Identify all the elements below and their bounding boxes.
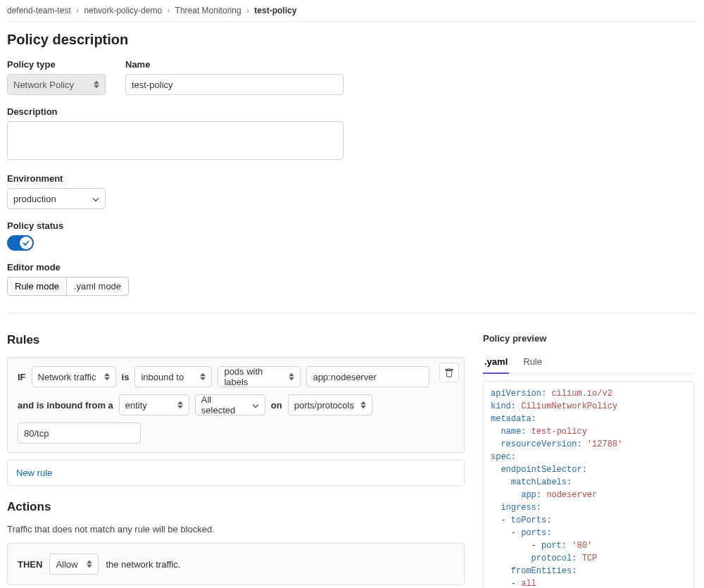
tab-yaml[interactable]: .yaml (483, 352, 509, 374)
toggle-knob (20, 237, 32, 249)
policy-status-label: Policy status (7, 220, 697, 231)
editor-mode-segment: Rule mode .yaml mode (7, 277, 129, 296)
ports-select[interactable]: ports/protocols (288, 394, 372, 415)
svg-marker-5 (200, 377, 206, 381)
environment-label: Environment (7, 173, 697, 184)
decision-value: Allow (56, 559, 77, 570)
ports-value: ports/protocols (294, 400, 354, 411)
preview-heading: Policy preview (483, 333, 694, 344)
svg-marker-12 (87, 561, 92, 564)
sort-arrows-icon (199, 373, 207, 381)
port-input[interactable] (18, 423, 141, 444)
chevron-down-icon (92, 194, 99, 204)
all-selected-dropdown[interactable]: All selected (195, 394, 265, 415)
then-label: THEN (18, 559, 42, 570)
svg-marker-13 (87, 565, 92, 568)
sort-arrows-icon (176, 401, 184, 409)
direction-value: inbound to (141, 372, 184, 382)
on-label: on (271, 400, 282, 411)
traffic-type-value: Network traffic (38, 372, 96, 382)
breadcrumb: defend-team-test › network-policy-demo ›… (7, 6, 697, 21)
rules-heading: Rules (7, 333, 465, 347)
check-icon (23, 239, 30, 246)
yaml-preview: apiVersion: cilium.io/v2 kind: CiliumNet… (483, 381, 694, 588)
svg-marker-8 (177, 401, 183, 405)
labels-input[interactable] (306, 366, 429, 387)
svg-marker-2 (104, 373, 110, 377)
sort-arrows-icon (92, 81, 101, 89)
svg-marker-7 (289, 377, 294, 381)
editor-mode-yaml-button[interactable]: .yaml mode (66, 277, 129, 296)
svg-marker-4 (200, 373, 206, 377)
chevron-right-icon: › (167, 6, 170, 15)
page-title: Policy description (7, 32, 697, 48)
chevron-right-icon: › (246, 6, 249, 15)
and-from-label: and is inbound from a (18, 400, 113, 411)
new-rule-link[interactable]: New rule (16, 468, 52, 478)
divider (7, 21, 697, 22)
breadcrumb-item[interactable]: Threat Monitoring (175, 6, 241, 15)
editor-mode-rule-button[interactable]: Rule mode (7, 277, 67, 296)
svg-marker-10 (360, 401, 366, 405)
name-input[interactable] (125, 74, 344, 95)
svg-marker-0 (94, 81, 99, 85)
chevron-down-icon (252, 400, 259, 411)
if-label: IF (18, 372, 26, 382)
delete-rule-button[interactable] (439, 363, 459, 382)
new-rule-row: New rule (7, 460, 465, 486)
tab-rule[interactable]: Rule (522, 352, 543, 373)
actions-heading: Actions (7, 500, 465, 514)
breadcrumb-item[interactable]: network-policy-demo (84, 6, 162, 15)
preview-tabs: .yaml Rule (483, 352, 694, 374)
rule-card: IF Network traffic is inbound to (7, 357, 465, 453)
chevron-right-icon: › (76, 6, 79, 15)
environment-value: production (13, 194, 56, 204)
svg-marker-6 (289, 373, 294, 377)
sort-arrows-icon (85, 561, 94, 568)
policy-type-value: Network Policy (13, 80, 74, 90)
description-textarea[interactable] (7, 121, 344, 160)
divider (7, 313, 697, 313)
sort-arrows-icon (103, 373, 111, 381)
sort-arrows-icon (359, 401, 367, 409)
all-selected-value: All selected (201, 394, 246, 415)
name-label: Name (125, 59, 344, 70)
policy-type-select: Network Policy (7, 74, 106, 95)
trash-icon (444, 368, 454, 377)
sort-arrows-icon (287, 373, 296, 381)
is-label: is (122, 372, 130, 382)
decision-select[interactable]: Allow (49, 553, 99, 575)
policy-type-label: Policy type (7, 59, 106, 70)
svg-marker-3 (104, 377, 110, 381)
breadcrumb-item[interactable]: defend-team-test (7, 6, 71, 15)
traffic-type-select[interactable]: Network traffic (32, 366, 116, 387)
editor-mode-label: Editor mode (7, 262, 697, 273)
action-trailer: the network traffic. (106, 559, 180, 570)
breadcrumb-current: test-policy (254, 6, 296, 15)
action-card: THEN Allow the network traffic. (7, 543, 465, 585)
entity-value: entity (125, 400, 147, 411)
target-value: pods with labels (224, 366, 282, 387)
direction-select[interactable]: inbound to (134, 366, 212, 387)
svg-marker-1 (94, 85, 99, 89)
environment-select[interactable]: production (7, 188, 106, 209)
target-select[interactable]: pods with labels (218, 366, 301, 387)
description-label: Description (7, 106, 697, 117)
actions-hint: Traffic that does not match any rule wil… (7, 524, 465, 534)
svg-marker-11 (360, 406, 366, 409)
policy-status-toggle[interactable] (7, 235, 34, 251)
svg-marker-9 (177, 406, 183, 409)
entity-select[interactable]: entity (119, 394, 189, 415)
